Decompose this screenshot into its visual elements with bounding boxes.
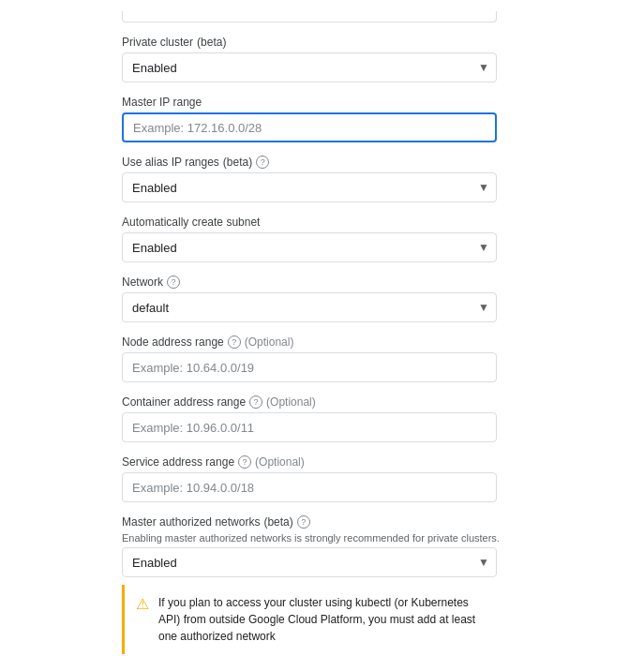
- alias-ip-ranges-field: Use alias IP ranges (beta) ? Enabled Dis…: [122, 156, 607, 202]
- private-cluster-label-text: Private cluster: [122, 36, 193, 49]
- private-cluster-beta: (beta): [197, 36, 226, 49]
- container-address-help-icon[interactable]: ?: [249, 395, 262, 409]
- alias-ip-help-icon[interactable]: ?: [256, 156, 269, 169]
- network-help-icon[interactable]: ?: [167, 276, 180, 289]
- private-cluster-label: Private cluster (beta): [122, 36, 607, 49]
- service-address-label-text: Service address range: [122, 455, 234, 469]
- node-address-range-field: Node address range ? (Optional): [122, 335, 607, 382]
- container-address-range-input[interactable]: [122, 412, 497, 442]
- network-label-text: Network: [122, 276, 163, 289]
- master-auth-warning-box: ⚠ If you plan to access your cluster usi…: [122, 585, 497, 654]
- network-label: Network ?: [122, 276, 607, 289]
- private-cluster-select-wrapper: Enabled Disabled ▼: [122, 52, 497, 82]
- master-ip-range-field: Master IP range: [122, 96, 607, 142]
- service-address-range-field: Service address range ? (Optional): [122, 455, 607, 502]
- master-ip-range-label-text: Master IP range: [122, 96, 202, 109]
- node-address-optional-text: (Optional): [245, 335, 294, 349]
- auto-create-subnet-label-text: Automatically create subnet: [122, 216, 260, 229]
- master-authorized-networks-field: Master authorized networks (beta) ? Enab…: [122, 515, 607, 656]
- alias-ip-select-wrapper: Enabled Disabled ▼: [122, 172, 497, 202]
- node-address-label-text: Node address range: [122, 335, 224, 349]
- alias-ip-beta: (beta): [223, 156, 252, 169]
- master-auth-beta: (beta): [263, 515, 292, 529]
- service-address-help-icon[interactable]: ?: [238, 455, 251, 469]
- service-address-range-input[interactable]: [122, 472, 497, 502]
- master-ip-range-label: Master IP range: [122, 96, 607, 109]
- alias-ip-select[interactable]: Enabled Disabled: [122, 172, 497, 202]
- alias-ip-label-text: Use alias IP ranges: [122, 156, 219, 169]
- master-auth-label-text: Master authorized networks: [122, 515, 260, 529]
- container-address-label-text: Container address range: [122, 395, 246, 409]
- warning-triangle-icon: ⚠: [136, 595, 149, 645]
- private-cluster-select[interactable]: Enabled Disabled: [122, 52, 497, 82]
- alias-ip-ranges-label: Use alias IP ranges (beta) ?: [122, 156, 607, 169]
- master-auth-subtitle: Enabling master authorized networks is s…: [122, 532, 607, 544]
- auto-create-subnet-select[interactable]: Enabled Disabled: [122, 232, 497, 262]
- network-select-wrapper: default ▼: [122, 292, 497, 322]
- master-ip-range-input[interactable]: [122, 112, 497, 142]
- container-address-range-field: Container address range ? (Optional): [122, 395, 607, 442]
- master-auth-help-icon[interactable]: ?: [297, 515, 310, 529]
- node-address-range-label: Node address range ? (Optional): [122, 335, 607, 349]
- form-container: Private cluster (beta) Enabled Disabled …: [0, 0, 644, 656]
- auto-create-subnet-label: Automatically create subnet: [122, 216, 607, 229]
- master-authorized-networks-label: Master authorized networks (beta) ?: [122, 515, 607, 529]
- master-auth-select[interactable]: Enabled Disabled: [122, 547, 497, 577]
- master-auth-warning-text: If you plan to access your cluster using…: [158, 594, 486, 645]
- service-address-range-label: Service address range ? (Optional): [122, 455, 607, 469]
- network-select[interactable]: default: [122, 292, 497, 322]
- network-field: Network ? default ▼: [122, 276, 607, 322]
- auto-create-subnet-select-wrapper: Enabled Disabled ▼: [122, 232, 497, 262]
- network-settings-section: Private cluster (beta) Enabled Disabled …: [122, 0, 607, 656]
- container-address-range-label: Container address range ? (Optional): [122, 395, 607, 409]
- node-address-help-icon[interactable]: ?: [228, 335, 241, 349]
- private-cluster-field: Private cluster (beta) Enabled Disabled …: [122, 36, 607, 82]
- partial-input-top: [122, 11, 497, 22]
- container-address-optional-text: (Optional): [266, 395, 316, 409]
- master-auth-select-wrapper: Enabled Disabled ▼: [122, 547, 497, 577]
- service-address-optional-text: (Optional): [255, 455, 305, 469]
- auto-create-subnet-field: Automatically create subnet Enabled Disa…: [122, 216, 607, 262]
- node-address-range-input[interactable]: [122, 352, 497, 382]
